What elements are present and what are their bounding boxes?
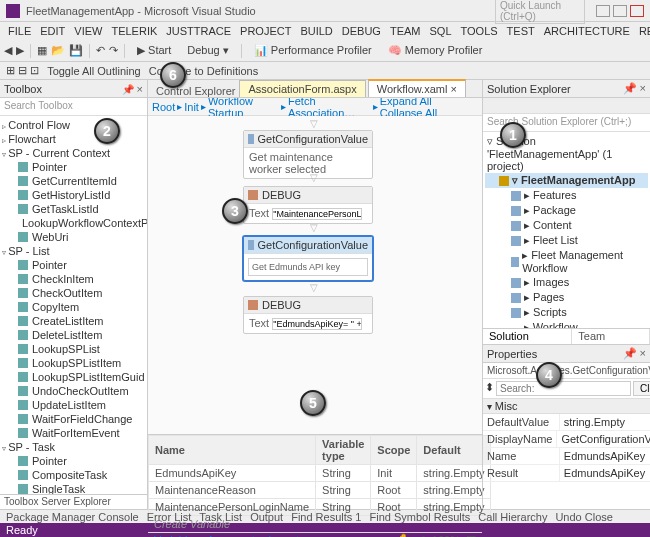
toolbox-item[interactable]: Pointer xyxy=(0,160,147,174)
undo-icon[interactable]: ↶ xyxy=(96,44,105,57)
property-row[interactable]: DisplayNameGetConfigurationValu xyxy=(483,431,650,448)
menu-debug[interactable]: DEBUG xyxy=(338,25,385,37)
save-icon[interactable]: 💾 xyxy=(69,44,83,57)
property-row[interactable]: DefaultValuestring.Empty xyxy=(483,414,650,431)
toolbox-group[interactable]: SP - Current Context xyxy=(0,146,147,160)
breadcrumb-item[interactable]: Workflow Startup xyxy=(208,95,279,119)
toolbox-search[interactable]: Search Toolbox xyxy=(0,98,147,116)
solution-tab[interactable]: Solution Explorer xyxy=(483,329,572,344)
toolbox-item[interactable]: LookupSPListItem xyxy=(0,356,147,370)
toolbox-item[interactable]: Pointer xyxy=(0,454,147,468)
menu-team[interactable]: TEAM xyxy=(386,25,425,37)
breadcrumb-item[interactable]: Fetch Association… xyxy=(288,95,371,119)
solution-item[interactable]: ▸ Scripts xyxy=(485,305,648,320)
toolbox-item[interactable]: GetHistoryListId xyxy=(0,188,147,202)
overview-icon[interactable]: ▦ xyxy=(466,533,476,537)
breadcrumb-item[interactable]: Init xyxy=(184,101,199,113)
toolbox-group[interactable]: SP - Task xyxy=(0,440,147,454)
bottom-tab[interactable]: Task List xyxy=(199,511,242,523)
menu-view[interactable]: VIEW xyxy=(70,25,106,37)
properties-category[interactable]: ▾ Misc xyxy=(483,399,650,414)
solution-item[interactable]: ▸ Pages xyxy=(485,290,648,305)
perf-profiler-button[interactable]: 📊 Performance Profiler xyxy=(248,42,378,59)
debug-text-input-1[interactable] xyxy=(272,208,362,220)
activity-inner-text[interactable]: Get Edmunds API key xyxy=(248,258,368,276)
toolbox-item[interactable]: CheckOutItem xyxy=(0,286,147,300)
variables-tab[interactable]: Arguments xyxy=(207,534,260,538)
toolbox-item[interactable]: GetCurrentItemId xyxy=(0,174,147,188)
breadcrumb-item[interactable]: Root xyxy=(152,101,175,113)
pin-icon[interactable]: 📌 xyxy=(623,347,637,359)
activity-debug-2[interactable]: DEBUG Text xyxy=(243,296,373,334)
tab-close-icon[interactable]: × xyxy=(450,83,456,95)
nav-back-icon[interactable]: ◀ xyxy=(4,44,12,57)
toolbox-footer-tabs[interactable]: Toolbox Server Explorer xyxy=(0,494,147,509)
property-row[interactable]: ResultEdmundsApiKey xyxy=(483,465,650,482)
maximize-button[interactable] xyxy=(613,5,627,17)
close-icon[interactable]: × xyxy=(640,82,646,94)
nav-fwd-icon[interactable]: ▶ xyxy=(16,44,24,57)
variables-tab[interactable]: Imports xyxy=(268,534,305,538)
toolbox-group[interactable]: Flowchart xyxy=(0,132,147,146)
menu-build[interactable]: BUILD xyxy=(296,25,336,37)
menu-telerik[interactable]: TELERIK xyxy=(107,25,161,37)
close-button[interactable] xyxy=(630,5,644,17)
pin-icon[interactable]: 📌 xyxy=(122,84,134,95)
quick-launch-input[interactable]: Quick Launch (Ctrl+Q) xyxy=(495,0,585,24)
control-explorer-tab[interactable]: Control Explorer xyxy=(152,85,239,97)
open-icon[interactable]: 📂 xyxy=(51,44,65,57)
menu-edit[interactable]: EDIT xyxy=(36,25,69,37)
activity-get-config-1[interactable]: GetConfigurationValue Get maintenance wo… xyxy=(243,130,373,179)
variables-header[interactable]: Name xyxy=(149,436,316,465)
toolbox-item[interactable]: WebUri xyxy=(0,230,147,244)
close-icon[interactable]: × xyxy=(137,83,143,95)
menu-sql[interactable]: SQL xyxy=(426,25,456,37)
menu-tools[interactable]: TOOLS xyxy=(457,25,502,37)
solution-item[interactable]: ▸ Fleet Management Workflow xyxy=(485,248,648,275)
solution-tab[interactable]: Team Explorer xyxy=(572,329,650,344)
toolbox-item[interactable]: UndoCheckOutItem xyxy=(0,384,147,398)
bottom-tab[interactable]: Find Results 1 xyxy=(291,511,361,523)
toolbox-item[interactable]: LookupSPListItemGuid xyxy=(0,370,147,384)
fit-icon[interactable]: ⤢ xyxy=(417,533,426,537)
toolbox-item[interactable]: CopyItem xyxy=(0,300,147,314)
menu-file[interactable]: FILE xyxy=(4,25,35,37)
solution-item[interactable]: ▸ Content xyxy=(485,218,648,233)
mem-profiler-button[interactable]: 🧠 Memory Profiler xyxy=(382,42,489,59)
toolbox-item[interactable]: LookupWorkflowContextProperty xyxy=(0,216,147,230)
bottom-tab[interactable]: Package Manager Console xyxy=(6,511,139,523)
toolbox-group[interactable]: Control Flow xyxy=(0,118,147,132)
variables-tab[interactable]: Variables xyxy=(154,534,199,538)
toolbox-item[interactable]: WaitForFieldChange xyxy=(0,412,147,426)
table-row[interactable]: MaintenanceReasonStringRootstring.Empty xyxy=(149,482,491,499)
sort-icon[interactable]: ⬍ xyxy=(485,381,494,396)
pin-icon[interactable]: 📌 xyxy=(623,82,637,94)
close-icon[interactable]: × xyxy=(640,347,646,359)
solution-item[interactable]: ▸ Fleet List xyxy=(485,233,648,248)
variables-header[interactable]: Variable type xyxy=(316,436,371,465)
solution-item[interactable]: ▸ Package xyxy=(485,203,648,218)
menu-justtrace[interactable]: JUSTTRACE xyxy=(162,25,235,37)
menu-resharper[interactable]: RESHARPER xyxy=(635,25,650,37)
toggle-outlining[interactable]: Toggle All Outlining xyxy=(47,65,141,77)
start-button[interactable]: ▶ Start xyxy=(131,42,177,59)
property-row[interactable]: NameEdmundsApiKey xyxy=(483,448,650,465)
bottom-tab[interactable]: Output xyxy=(250,511,283,523)
bottom-tab[interactable]: Call Hierarchy xyxy=(478,511,547,523)
toolbox-item[interactable]: Pointer xyxy=(0,258,147,272)
variables-header[interactable]: Default xyxy=(417,436,491,465)
toolbox-item[interactable]: SingleTask xyxy=(0,482,147,494)
minimize-button[interactable] xyxy=(596,5,610,17)
toolbox-item[interactable]: UpdateListItem xyxy=(0,398,147,412)
pan-icon[interactable]: ✋ xyxy=(397,533,411,537)
outline-icons[interactable]: ⊞ ⊟ ⊡ xyxy=(6,64,39,77)
activity-get-config-2[interactable]: GetConfigurationValue Get Edmunds API ke… xyxy=(243,236,373,281)
activity-debug-1[interactable]: DEBUG Text xyxy=(243,186,373,224)
workflow-designer[interactable]: ▽ GetConfigurationValue Get maintenance … xyxy=(148,116,482,434)
solution-item[interactable]: ▸ Features xyxy=(485,188,648,203)
solution-item[interactable]: ▸ Workflow Dependencies xyxy=(485,320,648,328)
toolbox-item[interactable]: GetTaskListId xyxy=(0,202,147,216)
solution-item[interactable]: ▿ FleetManagementApp xyxy=(485,173,648,188)
redo-icon[interactable]: ↷ xyxy=(109,44,118,57)
menu-test[interactable]: TEST xyxy=(503,25,539,37)
